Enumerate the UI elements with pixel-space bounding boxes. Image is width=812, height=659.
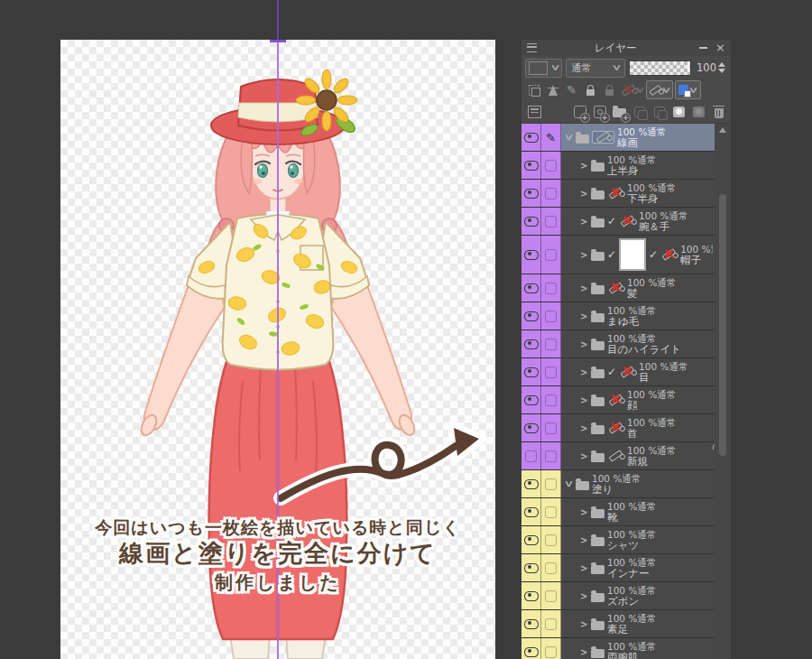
lock-transparent-pixels-icon[interactable] xyxy=(601,82,618,98)
layer-row-インナー[interactable]: >100 %通常インナー xyxy=(521,554,715,582)
opacity-stepper[interactable]: 100 xyxy=(695,60,727,77)
visibility-eye-icon[interactable] xyxy=(521,208,541,235)
blend-mode-select[interactable]: 通常 > xyxy=(566,59,625,78)
layer-mask-thumbnail[interactable] xyxy=(619,238,646,271)
visibility-eye-icon[interactable] xyxy=(521,414,541,441)
select-checkbox[interactable] xyxy=(541,274,561,302)
chevron-right-icon[interactable]: > xyxy=(580,189,588,199)
chevron-right-icon[interactable]: > xyxy=(580,217,588,227)
layer-row-腕＆手[interactable]: >✓×100 %通常腕＆手 xyxy=(521,208,715,236)
select-checkbox[interactable] xyxy=(541,208,561,235)
layer-row-目[interactable]: >✓×100 %通常目 xyxy=(521,358,715,386)
opacity-slider[interactable] xyxy=(629,60,691,76)
visibility-eye-icon[interactable] xyxy=(521,470,541,497)
layer-row-塗り[interactable]: >100 %通常塗り xyxy=(521,470,715,498)
chevron-right-icon[interactable]: > xyxy=(580,451,588,461)
canvas-area[interactable]: 今回はいつも一枚絵を描いている時と同じく 線画と塗りを完全に分けて 制作しました xyxy=(60,40,495,659)
check-icon[interactable]: ✓ xyxy=(607,216,616,227)
chevron-right-icon[interactable]: > xyxy=(580,395,588,405)
merge-down-icon[interactable] xyxy=(651,104,668,120)
layer-row-靴[interactable]: >100 %通常靴 xyxy=(521,498,715,526)
layer-row-まゆ毛[interactable]: >100 %通常まゆ毛 xyxy=(521,302,715,330)
spinner-arrows-icon[interactable] xyxy=(718,62,725,73)
lock-layer-icon[interactable] xyxy=(582,82,599,98)
ruler-icon[interactable] xyxy=(607,448,624,464)
visibility-eye-icon[interactable] xyxy=(521,302,541,330)
select-checkbox[interactable] xyxy=(541,236,561,274)
visibility-eye-icon[interactable] xyxy=(521,358,541,385)
chevron-right-icon[interactable]: > xyxy=(580,619,588,629)
layer-row-髪[interactable]: >×100 %通常髪 xyxy=(521,274,715,302)
layer-mask-icon[interactable] xyxy=(670,104,687,120)
ruler-disabled-icon[interactable]: × xyxy=(619,364,636,380)
new-folder-icon[interactable] xyxy=(611,104,628,120)
apply-mask-icon[interactable] xyxy=(690,104,707,120)
ruler-disabled-icon[interactable]: × xyxy=(607,420,624,436)
visibility-eye-icon[interactable] xyxy=(521,274,541,302)
ruler-disabled-icon[interactable]: × xyxy=(660,246,678,263)
select-checkbox[interactable] xyxy=(541,442,561,469)
check-icon[interactable]: ✓ xyxy=(649,249,658,260)
ruler-disabled-icon[interactable]: × xyxy=(607,185,624,201)
layer-color-icon[interactable]: > xyxy=(675,82,701,98)
ruler-disabled-icon[interactable]: × xyxy=(607,392,624,408)
visibility-eye-icon[interactable] xyxy=(521,386,541,413)
minimize-icon[interactable] xyxy=(699,47,707,49)
layer-row-帽子[interactable]: >✓✓×100 %通常帽子 xyxy=(521,236,715,274)
visibility-eye-icon[interactable] xyxy=(521,526,541,553)
panel-menu-icon[interactable] xyxy=(527,43,537,52)
select-checkbox[interactable] xyxy=(541,582,561,609)
select-checkbox[interactable] xyxy=(541,610,561,637)
layer-row-両腕肌[interactable]: >100 %通常両腕肌 xyxy=(521,638,715,659)
chevron-right-icon[interactable]: > xyxy=(580,283,588,293)
visibility-eye-icon[interactable] xyxy=(521,498,541,525)
transfer-down-icon[interactable] xyxy=(631,104,648,120)
chevron-down-icon[interactable]: > xyxy=(562,134,576,142)
layer-row-新規[interactable]: >100 %通常新規 xyxy=(521,442,715,470)
edit-target-pen-icon[interactable]: ✎ xyxy=(541,124,561,151)
chevron-right-icon[interactable]: > xyxy=(580,535,588,545)
ruler-icon[interactable] xyxy=(592,131,614,144)
select-checkbox[interactable] xyxy=(541,638,561,659)
visibility-eye-icon[interactable] xyxy=(521,236,541,274)
close-icon[interactable]: × xyxy=(715,43,725,52)
opacity-slider-handle[interactable] xyxy=(687,62,689,72)
layer-row-目のハイライト[interactable]: >100 %通常目のハイライト xyxy=(521,330,715,358)
visibility-eye-icon[interactable] xyxy=(521,152,541,179)
layer-row-シャツ[interactable]: >100 %通常シャツ xyxy=(521,526,715,554)
clipping-mask-icon[interactable] xyxy=(525,82,542,98)
layer-row-首[interactable]: >×100 %通常首 xyxy=(521,414,715,442)
select-checkbox[interactable] xyxy=(541,470,561,497)
select-checkbox[interactable] xyxy=(541,414,561,441)
select-checkbox[interactable] xyxy=(541,180,561,207)
chevron-right-icon[interactable]: > xyxy=(580,311,588,321)
chevron-right-icon[interactable]: > xyxy=(580,423,588,433)
layer-row-素足[interactable]: >100 %通常素足 xyxy=(521,610,715,638)
visibility-eye-icon[interactable] xyxy=(521,124,541,151)
symmetry-ruler-handle[interactable] xyxy=(270,40,286,42)
chevron-right-icon[interactable]: > xyxy=(580,563,588,573)
select-checkbox[interactable] xyxy=(541,526,561,553)
visibility-eye-icon[interactable] xyxy=(521,180,541,207)
select-checkbox[interactable] xyxy=(541,498,561,525)
chevron-right-icon[interactable]: > xyxy=(580,367,588,377)
check-icon[interactable]: ✓ xyxy=(607,367,616,377)
select-checkbox[interactable] xyxy=(541,554,561,581)
layer-row-線画[interactable]: ✎>100 %通常線画 xyxy=(521,124,715,152)
chevron-right-icon[interactable]: > xyxy=(580,507,588,517)
chevron-right-icon[interactable]: > xyxy=(580,339,588,349)
select-checkbox[interactable] xyxy=(541,330,561,357)
select-checkbox[interactable] xyxy=(541,152,561,179)
layer-row-下半身[interactable]: >×100 %通常下半身 xyxy=(521,180,715,208)
ruler-off-icon[interactable]: ×> xyxy=(620,82,644,98)
palette-color-picker[interactable]: > xyxy=(525,59,562,78)
new-layer-settings-icon[interactable] xyxy=(591,104,608,120)
layer-row-上半身[interactable]: >100 %通常上半身 xyxy=(521,152,715,180)
visibility-eye-icon[interactable] xyxy=(521,554,541,581)
new-layer-icon[interactable] xyxy=(571,104,588,120)
select-checkbox[interactable] xyxy=(541,302,561,330)
delete-layer-icon[interactable] xyxy=(710,104,727,120)
layer-row-顔[interactable]: >×100 %通常顔 xyxy=(521,386,715,414)
visibility-eye-icon[interactable] xyxy=(521,638,541,659)
check-icon[interactable]: ✓ xyxy=(607,249,616,260)
